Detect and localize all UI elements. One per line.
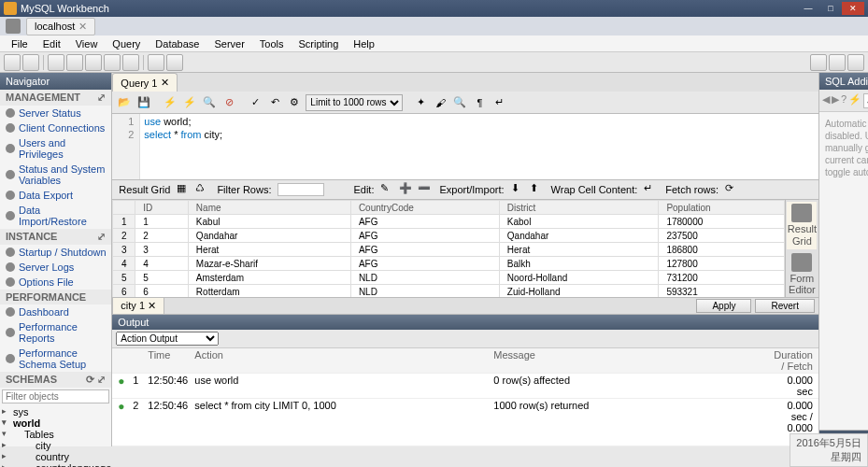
output-row[interactable]: ●212:50:46select * from city LIMIT 0, 10… xyxy=(112,399,818,446)
explain-icon[interactable]: 🔍 xyxy=(201,94,218,111)
nav-client-connections[interactable]: Client Connections xyxy=(0,120,111,135)
grid-icon[interactable]: ▦ xyxy=(177,182,192,197)
search-icon[interactable] xyxy=(148,54,164,71)
autocommit-icon[interactable]: ⚙ xyxy=(286,94,303,111)
stop-icon[interactable]: ⊘ xyxy=(221,94,237,111)
result-grid-button[interactable]: Result Grid xyxy=(787,202,817,249)
revert-button[interactable]: Revert xyxy=(755,299,814,313)
sql-editor[interactable]: 1 2 use world; select * from city; xyxy=(112,114,818,179)
nav-data-import[interactable]: Data Import/Restore xyxy=(0,203,111,229)
fetch-icon[interactable]: ⟳ xyxy=(725,182,740,197)
filter-input[interactable] xyxy=(277,183,324,196)
column-header[interactable]: CountryCode xyxy=(350,201,499,215)
add-row-icon[interactable]: ➕ xyxy=(399,182,414,197)
nav-options-file[interactable]: Options File xyxy=(0,275,111,290)
nav-status-vars[interactable]: Status and System Variables xyxy=(0,162,111,188)
apply-button[interactable]: Apply xyxy=(696,299,751,313)
table-countrylanguage[interactable]: countrylanguage xyxy=(0,462,111,467)
forward-icon[interactable]: ▶ xyxy=(832,93,839,108)
open-sql-icon[interactable] xyxy=(22,54,39,71)
toggle-secondary-icon[interactable] xyxy=(847,54,864,71)
column-header[interactable]: ID xyxy=(135,201,189,215)
commit-icon[interactable]: ✓ xyxy=(247,94,263,111)
close-icon[interactable]: ✕ xyxy=(78,21,87,33)
delete-row-icon[interactable]: ➖ xyxy=(418,182,433,197)
menu-file[interactable]: File xyxy=(4,38,36,50)
table-icon[interactable] xyxy=(66,54,83,71)
column-header[interactable]: Population xyxy=(659,201,785,215)
help-icon[interactable]: ? xyxy=(841,93,847,108)
table-row[interactable]: 22QandaharAFGQandahar237500 xyxy=(113,229,785,243)
edit-row-icon[interactable]: ✎ xyxy=(380,182,395,197)
inspector-icon[interactable] xyxy=(48,54,64,71)
menu-tools[interactable]: Tools xyxy=(252,38,292,50)
table-row[interactable]: 66RotterdamNLDZuid-Holland593321 xyxy=(113,285,785,298)
menu-view[interactable]: View xyxy=(68,38,106,50)
menu-edit[interactable]: Edit xyxy=(36,38,68,50)
new-sql-icon[interactable] xyxy=(4,54,21,71)
brush-icon[interactable]: 🖌 xyxy=(432,94,448,111)
jump-input[interactable] xyxy=(863,93,868,108)
export-icon[interactable]: ⬇ xyxy=(511,182,526,197)
back-icon[interactable]: ◀ xyxy=(822,93,830,108)
import-icon[interactable]: ⬆ xyxy=(530,182,545,197)
auto-icon[interactable]: ⚡ xyxy=(848,93,861,108)
table-row[interactable]: 44Mazar-e-SharifAFGBalkh127800 xyxy=(113,257,785,271)
output-row[interactable]: ●112:50:46use world0 row(s) affected0.00… xyxy=(112,374,818,399)
close-icon[interactable]: ✕ xyxy=(161,77,169,89)
schema-world[interactable]: world xyxy=(0,417,111,429)
procedure-icon[interactable] xyxy=(104,54,121,71)
toggle-output-icon[interactable] xyxy=(829,54,846,71)
menu-scripting[interactable]: Scripting xyxy=(292,38,347,50)
column-header[interactable]: District xyxy=(499,201,659,215)
table-row[interactable]: 55AmsterdamNLDNoord-Holland731200 xyxy=(113,271,785,285)
save-file-icon[interactable]: 💾 xyxy=(135,94,152,111)
menu-database[interactable]: Database xyxy=(148,38,206,50)
form-editor-button[interactable]: Form Editor xyxy=(787,251,817,297)
close-icon[interactable]: ✕ xyxy=(148,300,156,312)
nav-perf-reports[interactable]: Performance Reports xyxy=(0,319,111,346)
wrap-icon[interactable]: ↵ xyxy=(491,94,507,111)
view-icon[interactable] xyxy=(85,54,102,71)
open-file-icon[interactable]: 📂 xyxy=(116,94,133,111)
filter-icon[interactable]: ♺ xyxy=(195,182,210,197)
nav-server-logs[interactable]: Server Logs xyxy=(0,260,111,275)
nav-startup-shutdown[interactable]: Startup / Shutdown xyxy=(0,245,111,260)
query-tab[interactable]: Query 1 ✕ xyxy=(112,73,178,92)
nav-users-privileges[interactable]: Users and Privileges xyxy=(0,135,111,162)
home-icon[interactable] xyxy=(6,19,21,34)
close-button[interactable]: ✕ xyxy=(842,2,864,15)
tables-node[interactable]: Tables xyxy=(0,429,111,440)
wrap-cell-icon[interactable]: ↵ xyxy=(644,182,659,197)
column-header[interactable]: Name xyxy=(188,201,350,215)
menu-server[interactable]: Server xyxy=(206,38,251,50)
function-icon[interactable] xyxy=(122,54,139,71)
result-grid[interactable]: IDNameCountryCodeDistrictPopulation 11Ka… xyxy=(112,200,785,297)
limit-select[interactable]: Limit to 1000 rows xyxy=(306,94,403,111)
minimize-button[interactable]: — xyxy=(797,2,819,15)
execute-current-icon[interactable]: ⚡ xyxy=(181,94,198,111)
nav-dashboard[interactable]: Dashboard xyxy=(0,304,111,319)
table-row[interactable]: 33HeratAFGHerat186800 xyxy=(113,243,785,257)
nav-server-status[interactable]: Server Status xyxy=(0,106,111,120)
nav-perf-schema[interactable]: Performance Schema Setup xyxy=(0,346,111,372)
result-tab[interactable]: city 1✕ xyxy=(112,297,164,315)
table-country[interactable]: country xyxy=(0,451,111,462)
menu-query[interactable]: Query xyxy=(105,38,148,50)
output-selector[interactable]: Action Output xyxy=(116,332,219,346)
maximize-button[interactable]: □ xyxy=(819,2,842,15)
beautify-icon[interactable]: ✦ xyxy=(412,94,429,111)
table-city[interactable]: city xyxy=(0,440,111,451)
menu-help[interactable]: Help xyxy=(346,38,382,50)
connection-tab[interactable]: localhost ✕ xyxy=(26,18,95,35)
schema-sys[interactable]: sys xyxy=(0,406,111,417)
execute-icon[interactable]: ⚡ xyxy=(162,94,178,111)
table-row[interactable]: 11KabulAFGKabol1780000 xyxy=(113,215,785,229)
reconnect-icon[interactable] xyxy=(166,54,183,71)
schema-filter-input[interactable] xyxy=(2,389,109,403)
nav-data-export[interactable]: Data Export xyxy=(0,188,111,203)
invisible-icon[interactable]: ¶ xyxy=(471,94,488,111)
find-icon[interactable]: 🔍 xyxy=(451,94,468,111)
rollback-icon[interactable]: ↶ xyxy=(266,94,283,111)
toggle-sidebar-icon[interactable] xyxy=(810,54,827,71)
